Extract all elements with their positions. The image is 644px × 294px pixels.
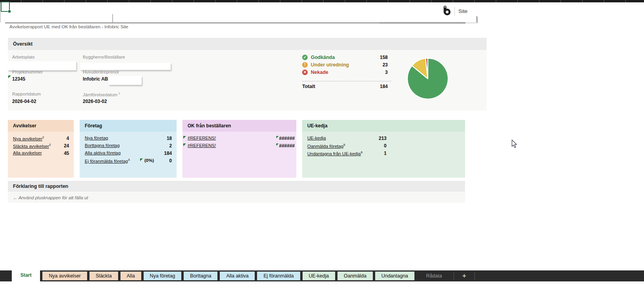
comment-triangle-icon (8, 75, 11, 78)
huvudentreprenor-label: Huvudentreprenör (83, 70, 119, 74)
sheet-left-edge (0, 2, 0, 22)
status-summary: ✓Godkända158!Under utredning23✕Nekade3 T… (302, 53, 391, 92)
card-row-ue-kedja: UE-kedja213 (307, 136, 465, 143)
comment-triangle-icon (183, 136, 186, 139)
card-title-ok: OK från beställaren (182, 120, 296, 132)
status-value: 3 (385, 70, 388, 75)
status-rows: ✓Godkända158!Under utredning23✕Nekade3 (302, 53, 391, 76)
card-row-alla-aktiva-foretag: Alla aktiva företag184 (85, 151, 177, 158)
status-value: 23 (383, 62, 388, 68)
status-label: Godkända (311, 55, 335, 60)
tab-separator (454, 272, 454, 280)
card-ok: OK från beställaren#REFERENS!#######REFE… (182, 120, 296, 178)
status-pie-chart (407, 57, 449, 100)
status-row-under-utredning: !Under utredning23 (302, 61, 391, 68)
card-foretag: FöretagNya företag18Borttagna företag2Al… (80, 120, 177, 178)
card-row-link-referens[interactable]: #REFERENS! (188, 143, 216, 148)
card-body-avvikelser: Nya avvikelser24Släckta avvikelser224All… (8, 132, 74, 158)
sheet-tab-ue-kedja[interactable]: UE-kedja (303, 272, 335, 280)
card-row-value: 0 (169, 158, 172, 164)
spreadsheet-window: Site Avvikelserapport UE med OK från bes… (0, 0, 644, 294)
section-title-text: Översikt (13, 41, 33, 47)
sheet-tab-start[interactable]: Start (12, 269, 40, 281)
status-total-row: Totalt 184 (302, 81, 391, 92)
byggherre-value-field[interactable] (80, 63, 171, 70)
card-row-link-nya-avvikelser[interactable]: Nya avvikelser (13, 136, 42, 141)
sheet-tab-alla[interactable]: Alla (120, 272, 141, 280)
x-circle-icon: ✕ (302, 70, 308, 75)
sheet-tab-slackta[interactable]: Släckta (89, 272, 118, 280)
arbetsplats-value-field[interactable] (8, 61, 76, 70)
card-row-value: 4 (66, 136, 69, 141)
brand-area: Site (442, 5, 467, 17)
mouse-cursor (511, 140, 518, 151)
card-row-value: ###### (276, 143, 295, 149)
section-header-forklaring: Förklaring till rapporten (8, 181, 465, 192)
brand-divider (454, 7, 455, 16)
card-title-foretag: Företag (80, 120, 177, 132)
sheet-tab-nya-foretag[interactable]: Nya företag (144, 272, 182, 280)
jamforelsedatum-value: 2026-03-02 (83, 99, 107, 104)
status-row-nekade: ✕Nekade3 (302, 68, 391, 76)
card-row-link-borttagna-foretag[interactable]: Borttagna företag (85, 143, 120, 148)
projektnummer-value: 12345 (12, 76, 25, 82)
card-row-nya-avvikelser: Nya avvikelser24 (13, 136, 74, 143)
expand-hint-text: ← Använd plusknappen för att fälla ut (13, 195, 88, 200)
card-row-link-undantagna-fran-ue-kedja[interactable]: Undantagna från UE-kedja (307, 151, 361, 156)
total-label: Totalt (302, 84, 315, 89)
formula-bar-divider (5, 22, 465, 23)
footnote-sup: 6 (361, 151, 362, 154)
add-sheet-button[interactable]: + (456, 272, 472, 280)
card-row-link-alla-avvikelser[interactable]: Alla avvikelser (13, 151, 42, 155)
card-row-value: 213 (379, 136, 387, 141)
card-body-ue: UE-kedja213Oanmälda företag50Undantagna … (302, 132, 465, 158)
forklaring-title-text: Förklaring till rapporten (13, 184, 68, 189)
card-row-referens: #REFERENS!###### (188, 143, 296, 151)
sheet-tab-undantagna[interactable]: Undantagna (375, 272, 414, 280)
card-body-ok: #REFERENS!#######REFERENS!###### (182, 132, 296, 151)
tab-separator (474, 272, 475, 280)
column-header-strip (0, 0, 644, 2)
card-row-link-referens[interactable]: #REFERENS! (188, 136, 216, 140)
sheet-tabs: StartNya avvikelserSläcktaAllaNya företa… (12, 270, 475, 281)
card-row-link-nya-foretag[interactable]: Nya företag (85, 136, 108, 140)
card-row-link-ue-kedja[interactable]: UE-kedja (307, 136, 326, 140)
active-cell-selection[interactable] (1, 2, 10, 12)
sheet-tab-ej-foranmalda[interactable]: Ej föranmälda (257, 272, 300, 280)
expand-hint-row: ← Använd plusknappen för att fälla ut (8, 192, 465, 203)
name-box-divider (112, 14, 113, 22)
projektnummer-label: Projektnummer (12, 70, 43, 74)
status-row-godkanda: ✓Godkända158 (302, 53, 391, 61)
card-title-avvikelser: Avvikelser (8, 120, 74, 132)
card-title-ue: UE-kedja (302, 120, 465, 132)
card-row-link-slackta-avvikelser[interactable]: Släckta avvikelser (13, 144, 49, 149)
card-row-link-alla-aktiva-foretag[interactable]: Alla aktiva företag (85, 151, 120, 155)
card-row-alla-avvikelser: Alla avvikelser45 (13, 151, 74, 158)
card-row-link-ej-foranmalda-foretag[interactable]: Ej föranmälda företag (85, 159, 128, 164)
comment-triangle-icon (276, 143, 279, 146)
check-circle-icon: ✓ (302, 55, 308, 60)
huvudentreprenor-extra-field[interactable] (109, 76, 142, 85)
total-value: 184 (380, 84, 388, 89)
card-row-value: 1 (384, 151, 387, 156)
card-row-slackta-avvikelser: Släckta avvikelser224 (13, 143, 74, 151)
card-body-foretag: Nya företag18Borttagna företag2Alla akti… (80, 132, 177, 165)
card-row-value: 0 (384, 143, 387, 149)
sheet-tab-borttagna[interactable]: Borttagna (184, 272, 217, 280)
rapportdatum-label: Rapportdatum (12, 92, 41, 96)
sheet-tab-alla-aktiva[interactable]: Alla aktiva (220, 272, 255, 280)
card-row-undantagna-fran-ue-kedja: Undantagna från UE-kedja61 (307, 151, 465, 158)
sheet-tab-nya-avvikelser[interactable]: Nya avvikelser (42, 272, 87, 280)
huvudentreprenor-value: Infobric AB (83, 76, 108, 82)
comment-triangle-icon (276, 136, 279, 138)
footnote-sup: 2 (42, 136, 44, 139)
card-row-value: 18 (167, 136, 172, 141)
card-row-oanmalda-foretag: Oanmälda företag50 (307, 143, 465, 151)
rapportdatum-value: 2026-04-02 (12, 99, 36, 104)
sheet-tab-oanmalda[interactable]: Oanmälda (338, 272, 373, 280)
card-row-link-oanmalda-foretag[interactable]: Oanmälda företag (307, 144, 343, 149)
brand-name: Site (458, 8, 467, 14)
footnote-sup: 5 (343, 143, 345, 147)
section-header-oversikt: Översikt (8, 38, 487, 50)
sheet-tab-radata[interactable]: Rådata (417, 272, 451, 280)
